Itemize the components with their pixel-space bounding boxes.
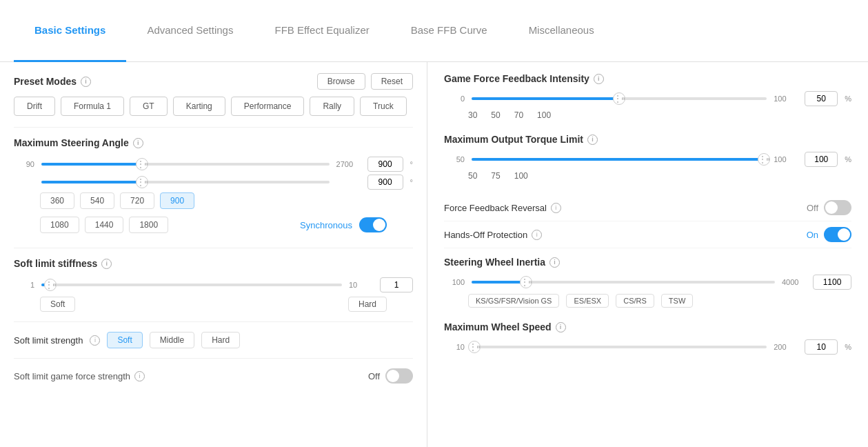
inertia-preset-ks[interactable]: KS/GS/FSR/Vision GS — [468, 294, 559, 308]
quick-360[interactable]: 360 — [40, 192, 74, 209]
soft-stiffness-thumb[interactable] — [44, 279, 57, 291]
max-torque-input[interactable] — [805, 152, 838, 167]
svg-rect-4 — [146, 181, 147, 183]
game-ffb-quick-30[interactable]: 30 — [468, 110, 477, 120]
hands-off-switch-right: On — [807, 227, 851, 242]
max-wheel-speed-title: Maximum Wheel Speed i — [444, 321, 851, 332]
svg-rect-9 — [622, 97, 623, 100]
steering-value-input-top[interactable] — [367, 157, 403, 172]
svg-rect-14 — [769, 158, 769, 161]
wheel-speed-min: 10 — [444, 343, 465, 351]
preset-drift[interactable]: Drift — [14, 97, 55, 116]
inertia-preset-es[interactable]: ES/ESX — [566, 294, 609, 308]
soft-limit-game-toggle[interactable] — [385, 368, 413, 384]
svg-rect-0 — [145, 163, 145, 166]
svg-rect-2 — [147, 163, 148, 166]
quick-1440[interactable]: 1440 — [85, 217, 124, 233]
quick-720[interactable]: 720 — [120, 192, 154, 209]
game-ffb-quick-50[interactable]: 50 — [491, 110, 500, 120]
max-wheel-speed-section: Maximum Wheel Speed i 10 200 % — [444, 321, 851, 355]
soft-limit-strength-title: Soft limit strength — [14, 335, 83, 346]
steering-min-label: 90 — [14, 160, 34, 168]
inertia-input[interactable] — [813, 275, 851, 290]
ffb-reversal-toggle[interactable] — [824, 200, 851, 215]
steering-angle-title: Maximum Steering Angle i — [14, 137, 413, 148]
game-ffb-fill — [472, 97, 619, 100]
steering-value-input-bottom[interactable] — [367, 175, 403, 190]
max-torque-info-icon[interactable]: i — [587, 135, 598, 145]
ffb-reversal-label: Force Feedback Reversal i — [444, 203, 561, 213]
game-ffb-thumb[interactable] — [613, 92, 625, 105]
inertia-thumb[interactable] — [520, 276, 532, 288]
quick-1800[interactable]: 1800 — [129, 217, 168, 233]
tab-basic-settings[interactable]: Basic Settings — [14, 0, 126, 62]
game-ffb-input[interactable] — [805, 91, 838, 106]
preset-performance[interactable]: Performance — [231, 97, 305, 116]
preset-karting[interactable]: Karting — [173, 97, 225, 116]
inertia-presets: KS/GS/FSR/Vision GS ES/ESX CS/RS TSW — [468, 294, 851, 308]
steering-angle-info-icon[interactable]: i — [133, 138, 143, 148]
quick-1080[interactable]: 1080 — [40, 217, 79, 233]
hands-off-info-icon[interactable]: i — [532, 230, 542, 240]
hands-off-toggle[interactable] — [824, 227, 851, 242]
svg-rect-6 — [53, 284, 54, 286]
soft-limit-game-info-icon[interactable]: i — [134, 371, 145, 381]
tab-base-ffb-curve[interactable]: Base FFB Curve — [390, 0, 508, 62]
soft-stiffness-input[interactable] — [380, 277, 413, 292]
svg-rect-13 — [768, 158, 769, 161]
quick-540[interactable]: 540 — [80, 192, 114, 209]
tab-miscellaneous[interactable]: Miscellaneous — [508, 0, 615, 62]
preset-modes-info-icon[interactable]: i — [81, 77, 91, 87]
game-ffb-info-icon[interactable]: i — [594, 74, 604, 84]
preset-formula1[interactable]: Formula 1 — [61, 97, 124, 116]
wheel-speed-input[interactable] — [805, 339, 838, 355]
max-torque-quick-75[interactable]: 75 — [491, 171, 500, 181]
hard-label[interactable]: Hard — [348, 297, 387, 312]
max-torque-quick-50[interactable]: 50 — [468, 171, 477, 181]
wheel-speed-thumb[interactable] — [468, 341, 481, 353]
steering-inertia-title: Steering Wheel Inertia i — [444, 257, 851, 268]
reset-button[interactable]: Reset — [371, 73, 413, 90]
max-torque-quick-100[interactable]: 100 — [514, 171, 528, 181]
svg-rect-3 — [145, 181, 145, 183]
svg-rect-12 — [767, 158, 767, 161]
preset-gt[interactable]: GT — [130, 97, 168, 116]
game-ffb-title: Game Force Feedback Intensity i — [444, 73, 851, 84]
strength-hard[interactable]: Hard — [201, 332, 240, 348]
strength-middle[interactable]: Middle — [150, 332, 194, 348]
svg-rect-16 — [530, 281, 531, 284]
soft-limit-strength-info-icon[interactable]: i — [90, 335, 100, 346]
steering-angle-track-2 — [41, 181, 330, 183]
preset-rally[interactable]: Rally — [310, 97, 354, 116]
tab-advanced-settings[interactable]: Advanced Settings — [126, 0, 254, 62]
max-wheel-speed-info-icon[interactable]: i — [556, 322, 566, 332]
ffb-reversal-info-icon[interactable]: i — [551, 203, 561, 213]
steering-angle-slider-wrapper — [41, 157, 330, 171]
game-ffb-quick-70[interactable]: 70 — [514, 110, 523, 120]
steering-inertia-info-icon[interactable]: i — [549, 257, 560, 268]
game-ffb-quick-100[interactable]: 100 — [537, 110, 551, 120]
tab-ffb-equalizer[interactable]: FFB Effect Equalizer — [254, 0, 390, 62]
steering-angle-fill — [41, 163, 142, 166]
inertia-fill — [472, 281, 526, 284]
inertia-preset-tsw[interactable]: TSW — [661, 294, 693, 308]
soft-limit-strength-row: Soft limit strength i Soft Middle Hard — [14, 332, 413, 348]
max-torque-fill — [472, 158, 767, 161]
svg-rect-17 — [531, 281, 532, 284]
max-torque-max: 100 — [774, 155, 798, 163]
quick-900[interactable]: 900 — [160, 192, 194, 209]
browse-button[interactable]: Browse — [317, 73, 365, 90]
preset-truck[interactable]: Truck — [360, 97, 407, 116]
soft-limit-game-row: Soft limit game force strength i Off — [14, 368, 413, 384]
svg-rect-20 — [479, 346, 480, 348]
sync-toggle[interactable] — [359, 217, 387, 232]
soft-limit-stiffness-info-icon[interactable]: i — [101, 259, 112, 269]
steering-angle-thumb-bottom[interactable] — [136, 176, 148, 188]
soft-label[interactable]: Soft — [40, 297, 75, 312]
max-torque-thumb[interactable] — [758, 153, 770, 166]
max-torque-slider — [472, 152, 767, 166]
inertia-preset-cs[interactable]: CS/RS — [616, 294, 654, 308]
strength-soft[interactable]: Soft — [107, 332, 142, 348]
steering-angle-thumb-top[interactable] — [136, 158, 148, 170]
max-torque-min: 50 — [444, 155, 465, 163]
